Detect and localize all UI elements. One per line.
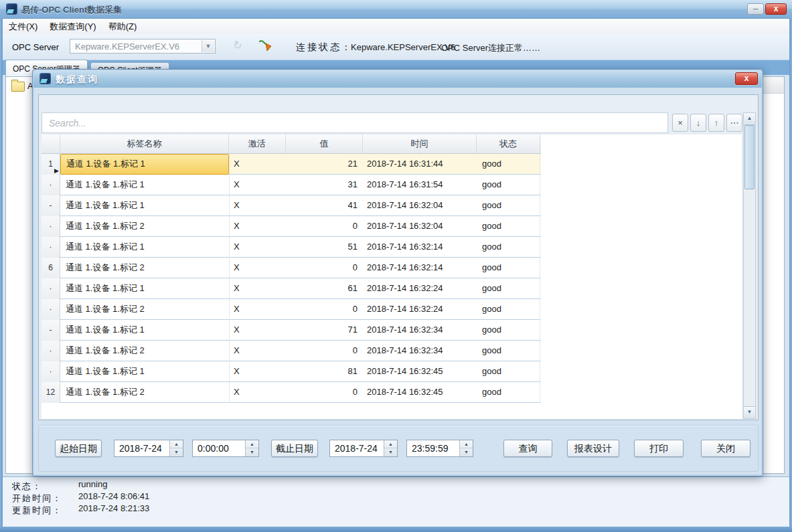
cell-time[interactable]: 2018-7-14 16:32:04 bbox=[363, 216, 477, 237]
cell-status[interactable]: good bbox=[477, 361, 540, 382]
end-time-field[interactable]: 23:59:59 ▲▼ bbox=[406, 440, 473, 457]
cell-value[interactable]: 71 bbox=[286, 320, 363, 341]
cell-time[interactable]: 2018-7-14 16:32:45 bbox=[363, 382, 477, 403]
table-row[interactable]: ·通道 1.设备 1.标记 1X512018-7-14 16:32:14good bbox=[42, 237, 541, 258]
cell-active[interactable]: X bbox=[229, 341, 286, 361]
cell-value[interactable]: 0 bbox=[286, 299, 363, 320]
opc-server-combobox[interactable]: Kepware.KEPServerEX.V6 ▼ bbox=[70, 39, 216, 54]
cell-time[interactable]: 2018-7-14 16:32:14 bbox=[363, 237, 477, 258]
cell-active[interactable]: X bbox=[229, 278, 286, 299]
cell-active[interactable]: X bbox=[229, 320, 286, 341]
cell-active[interactable]: X bbox=[229, 216, 286, 237]
cell-active[interactable]: X bbox=[229, 237, 286, 258]
cell-active[interactable]: X bbox=[229, 382, 286, 403]
cell-status[interactable]: good bbox=[477, 237, 540, 258]
column-header-1[interactable]: 标签名称 bbox=[60, 135, 229, 153]
cell-value[interactable]: 51 bbox=[286, 237, 363, 258]
table-row[interactable]: 1▶通道 1.设备 1.标记 1X212018-7-14 16:31:44goo… bbox=[42, 154, 541, 175]
cell-time[interactable]: 2018-7-14 16:31:54 bbox=[363, 175, 477, 195]
column-header-3[interactable]: 值 bbox=[286, 135, 363, 153]
start-date-spinner[interactable]: ▲▼ bbox=[169, 440, 183, 456]
cell-value[interactable]: 0 bbox=[286, 258, 363, 278]
search-next-button[interactable]: ↓ bbox=[690, 114, 706, 132]
cell-tag[interactable]: 通道 1.设备 1.标记 2 bbox=[60, 382, 229, 403]
close-button[interactable]: x bbox=[765, 3, 787, 15]
search-more-button[interactable]: ⋯ bbox=[726, 114, 742, 132]
search-input[interactable]: Search... bbox=[42, 112, 668, 133]
connect-icon[interactable] bbox=[258, 38, 273, 53]
end-date-field[interactable]: 2018-7-24 ▲▼ bbox=[329, 440, 398, 457]
table-row[interactable]: 6通道 1.设备 1.标记 2X02018-7-14 16:32:14good bbox=[42, 258, 541, 278]
spin-down-icon[interactable]: ▼ bbox=[246, 448, 258, 456]
scroll-up-button[interactable]: ▲ bbox=[744, 113, 755, 125]
cell-status[interactable]: good bbox=[477, 341, 540, 361]
menu-item-1[interactable]: 数据查询(Y) bbox=[44, 19, 102, 33]
dialog-titlebar[interactable]: 数据查询 bbox=[33, 70, 762, 88]
scroll-down-button[interactable]: ▼ bbox=[744, 406, 755, 418]
spin-up-icon[interactable]: ▲ bbox=[384, 440, 397, 448]
cell-tag[interactable]: 通道 1.设备 1.标记 2 bbox=[60, 216, 229, 237]
dialog-close-button[interactable]: x bbox=[735, 72, 758, 85]
scrollbar-thumb[interactable] bbox=[744, 125, 755, 189]
cell-active[interactable]: X bbox=[229, 299, 286, 320]
cell-status[interactable]: good bbox=[477, 154, 540, 175]
cell-active[interactable]: X bbox=[229, 361, 286, 382]
table-row[interactable]: ·通道 1.设备 1.标记 2X02018-7-14 16:32:04good bbox=[42, 216, 541, 237]
cell-tag[interactable]: 通道 1.设备 1.标记 2 bbox=[60, 341, 229, 361]
table-row[interactable]: ·通道 1.设备 1.标记 1X312018-7-14 16:31:54good bbox=[42, 175, 541, 195]
cell-value[interactable]: 81 bbox=[286, 361, 363, 382]
cell-status[interactable]: good bbox=[477, 299, 540, 320]
cell-time[interactable]: 2018-7-14 16:31:44 bbox=[363, 154, 477, 175]
cell-status[interactable]: good bbox=[477, 320, 540, 341]
cell-tag[interactable]: 通道 1.设备 1.标记 1 bbox=[60, 175, 229, 195]
cell-value[interactable]: 31 bbox=[286, 175, 363, 195]
cell-tag[interactable]: 通道 1.设备 1.标记 1 bbox=[60, 320, 229, 341]
query-button[interactable]: 查询 bbox=[503, 440, 552, 457]
cell-value[interactable]: 0 bbox=[286, 216, 363, 237]
cell-tag[interactable]: 通道 1.设备 1.标记 1 bbox=[60, 195, 229, 216]
column-header-rownum[interactable] bbox=[42, 135, 60, 153]
search-prev-button[interactable]: ↑ bbox=[708, 114, 724, 132]
cell-time[interactable]: 2018-7-14 16:32:34 bbox=[363, 320, 477, 341]
cell-active[interactable]: X bbox=[229, 154, 286, 175]
table-row[interactable]: ·通道 1.设备 1.标记 1X612018-7-14 16:32:24good bbox=[42, 278, 541, 299]
start-time-field[interactable]: 0:00:00 ▲▼ bbox=[192, 440, 259, 457]
spin-down-icon[interactable]: ▼ bbox=[384, 448, 397, 456]
column-header-2[interactable]: 激活 bbox=[229, 135, 286, 153]
spin-up-icon[interactable]: ▲ bbox=[170, 440, 183, 448]
spin-down-icon[interactable]: ▼ bbox=[170, 448, 183, 456]
column-header-4[interactable]: 时间 bbox=[363, 135, 477, 153]
table-row[interactable]: ·通道 1.设备 1.标记 2X02018-7-14 16:32:24good bbox=[42, 299, 541, 320]
cell-active[interactable]: X bbox=[229, 258, 286, 278]
cell-time[interactable]: 2018-7-14 16:32:34 bbox=[363, 341, 477, 361]
cell-tag[interactable]: 通道 1.设备 1.标记 1 bbox=[60, 237, 229, 258]
start-date-field[interactable]: 2018-7-24 ▲▼ bbox=[114, 440, 183, 457]
report-design-button[interactable]: 报表设计 bbox=[567, 440, 619, 457]
close-dialog-button[interactable]: 关闭 bbox=[701, 440, 750, 457]
cell-status[interactable]: good bbox=[477, 216, 540, 237]
spin-up-icon[interactable]: ▲ bbox=[246, 440, 258, 448]
cell-time[interactable]: 2018-7-14 16:32:24 bbox=[363, 299, 477, 320]
chevron-down-icon[interactable]: ▼ bbox=[202, 40, 214, 52]
cell-tag[interactable]: 通道 1.设备 1.标记 1 bbox=[60, 361, 229, 382]
start-date-button[interactable]: 起始日期 bbox=[55, 440, 102, 457]
spin-down-icon[interactable]: ▼ bbox=[460, 448, 473, 456]
end-date-button[interactable]: 截止日期 bbox=[271, 440, 318, 457]
minimize-button[interactable]: ─ bbox=[747, 3, 764, 15]
cell-status[interactable]: good bbox=[477, 175, 540, 195]
cell-tag[interactable]: 通道 1.设备 1.标记 1 bbox=[60, 154, 229, 175]
cell-value[interactable]: 61 bbox=[286, 278, 363, 299]
cell-status[interactable]: good bbox=[477, 278, 540, 299]
column-header-5[interactable]: 状态 bbox=[477, 135, 540, 153]
spin-up-icon[interactable]: ▲ bbox=[460, 440, 473, 448]
cell-status[interactable]: good bbox=[477, 382, 540, 403]
menu-item-2[interactable]: 帮助(Z) bbox=[102, 19, 143, 33]
cell-tag[interactable]: 通道 1.设备 1.标记 2 bbox=[60, 299, 229, 320]
table-row[interactable]: ·通道 1.设备 1.标记 2X02018-7-14 16:32:34good bbox=[42, 341, 541, 361]
main-titlebar[interactable]: 易传-OPC Client数据采集 ─ x bbox=[0, 0, 792, 19]
cell-value[interactable]: 0 bbox=[286, 341, 363, 361]
cell-time[interactable]: 2018-7-14 16:32:14 bbox=[363, 258, 477, 278]
cell-tag[interactable]: 通道 1.设备 1.标记 2 bbox=[60, 258, 229, 278]
menu-item-0[interactable]: 文件(X) bbox=[3, 19, 44, 33]
end-date-spinner[interactable]: ▲▼ bbox=[384, 440, 397, 456]
